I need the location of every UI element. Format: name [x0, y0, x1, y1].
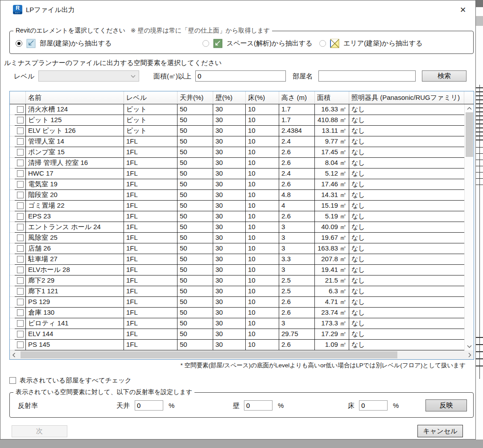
row-checkbox[interactable] — [17, 202, 24, 209]
reflect-wall-label: 壁 — [233, 402, 239, 410]
row-checkbox[interactable] — [17, 160, 24, 166]
search-button[interactable]: 検索 — [422, 70, 466, 82]
table-row[interactable]: ゴミ置場 221FL503010415.19 ㎡なし — [10, 201, 464, 211]
scroll-down-icon[interactable] — [465, 342, 474, 350]
row-gutter — [10, 104, 15, 115]
table-row[interactable]: 消火水槽 124ピット5030101.716.33 ㎡なし — [10, 104, 464, 115]
row-checkbox[interactable] — [17, 277, 24, 284]
table-row[interactable]: ピット 125ピット5030101.7410.88 ㎡なし — [10, 115, 464, 126]
table-row[interactable]: PS 1291FL5030102.64.71 ㎡なし — [10, 297, 464, 308]
row-wall-pct: 30 — [213, 211, 246, 222]
row-checkbox[interactable] — [17, 299, 24, 305]
radio-space[interactable] — [202, 40, 209, 47]
row-checkbox[interactable] — [17, 181, 24, 188]
radio-option-area[interactable]: エリア(建築)から抽出する — [319, 39, 422, 48]
check-all-checkbox[interactable] — [9, 377, 16, 384]
row-checkbox[interactable] — [17, 106, 24, 113]
row-gutter — [10, 126, 15, 136]
row-checkbox[interactable] — [17, 170, 24, 177]
row-checkbox[interactable] — [17, 224, 24, 230]
row-checkbox[interactable] — [17, 341, 24, 348]
screen: R RVT LPファイル出力 ✕ Revitのエレメントを選択してください ※ … — [0, 0, 483, 448]
table-row[interactable]: 電気室 191FL5030102.617.46 ㎡なし — [10, 179, 464, 190]
row-checkbox[interactable] — [17, 245, 24, 252]
table-row[interactable]: 階段室 201FL5030104.814.31 ㎡なし — [10, 190, 464, 201]
table-row[interactable]: ピロティ 1411FL5030103173.3 ㎡なし — [10, 318, 464, 329]
lp-file-output-dialog: R RVT LPファイル出力 ✕ Revitのエレメントを選択してください ※ … — [0, 0, 476, 440]
table-row[interactable]: 清掃 管理人 控室 161FL5030102.68.04 ㎡なし — [10, 158, 464, 169]
header-wall-pct[interactable]: 壁(%) — [213, 91, 246, 104]
table-row[interactable]: 風除室 251FL503010319.67 ㎡なし — [10, 233, 464, 243]
row-floor-pct: 10 — [246, 275, 279, 286]
vertical-scrollbar[interactable] — [464, 104, 474, 350]
row-select-cell — [15, 222, 26, 233]
apply-button[interactable]: 反映 — [425, 399, 467, 411]
reflect-wall-input[interactable] — [244, 400, 272, 411]
min-area-input[interactable] — [195, 70, 286, 82]
reflect-floor-input[interactable] — [359, 400, 388, 411]
row-checkbox[interactable] — [17, 192, 24, 198]
row-checkbox[interactable] — [17, 288, 24, 295]
table-row[interactable]: EPS 231FL5030102.65.19 ㎡なし — [10, 211, 464, 222]
row-floor-pct: 10 — [246, 201, 279, 211]
row-fixture: なし — [349, 233, 464, 243]
table-row[interactable]: PS 1451FL5030102.61.09 ㎡なし — [10, 340, 464, 350]
table-row[interactable]: 駐車場 271FL5030103.3207.8 ㎡なし — [10, 254, 464, 265]
header-floor-pct[interactable]: 床(%) — [246, 91, 279, 104]
reflect-ceiling-input[interactable] — [135, 400, 163, 411]
row-height: 3 — [279, 243, 315, 254]
horizontal-scroll-thumb[interactable] — [21, 351, 397, 358]
radio-option-space[interactable]: スペース(解析)から抽出する — [202, 39, 312, 48]
table-row[interactable]: 管理人室 141FL5030102.49.77 ㎡なし — [10, 136, 464, 147]
radio-area[interactable] — [319, 40, 326, 47]
header-select[interactable] — [10, 91, 26, 104]
table-row[interactable]: HWC 171FL5030102.45.12 ㎡なし — [10, 169, 464, 179]
vertical-scroll-thumb[interactable] — [466, 112, 473, 157]
row-gutter — [10, 136, 15, 147]
row-level: 1FL — [124, 222, 178, 233]
row-checkbox[interactable] — [17, 234, 24, 241]
row-checkbox[interactable] — [17, 213, 24, 220]
header-fixture[interactable]: 照明器具 (Panasonic/RUGファミリ) — [349, 91, 464, 104]
row-gutter — [10, 179, 15, 190]
header-height[interactable]: 高さ (m) — [279, 91, 315, 104]
check-all-rooms[interactable]: 表示されている部屋をすべてチェック — [9, 376, 132, 385]
row-checkbox[interactable] — [17, 309, 24, 316]
horizontal-scrollbar[interactable] — [10, 350, 474, 359]
scroll-left-icon[interactable] — [10, 350, 18, 359]
header-area[interactable]: 面積 — [315, 91, 349, 104]
row-checkbox[interactable] — [17, 138, 24, 145]
row-checkbox[interactable] — [17, 256, 24, 263]
row-checkbox[interactable] — [17, 127, 24, 134]
table-row[interactable]: 廊下2 291FL5030102.521.5 ㎡なし — [10, 275, 464, 286]
room-name-input[interactable] — [318, 70, 416, 82]
radio-option-room[interactable]: 部屋(建築)から抽出する — [16, 39, 111, 48]
cancel-button[interactable]: キャンセル — [417, 425, 463, 437]
header-name[interactable]: 名前 — [26, 91, 124, 104]
row-height: 2.6 — [279, 147, 315, 158]
row-area: 16.33 ㎡ — [315, 104, 349, 115]
row-height: 2.4 — [279, 169, 315, 179]
header-level[interactable]: レベル — [124, 91, 178, 104]
scroll-up-icon[interactable] — [465, 104, 474, 112]
close-icon[interactable]: ✕ — [457, 5, 469, 16]
scroll-right-icon[interactable] — [466, 350, 474, 359]
row-checkbox[interactable] — [17, 149, 24, 156]
table-row[interactable]: ELV 1441FL50301029.7517.29 ㎡なし — [10, 329, 464, 340]
header-ceiling-pct[interactable]: 天井(%) — [178, 91, 213, 104]
table-row[interactable]: 店舗 261FL5030103163.83 ㎡なし — [10, 243, 464, 254]
level-combobox[interactable] — [38, 70, 139, 82]
row-checkbox[interactable] — [17, 267, 24, 273]
next-button[interactable]: 次 — [12, 425, 67, 437]
table-row[interactable]: 廊下1 1211FL5030102.56.3 ㎡なし — [10, 286, 464, 297]
row-checkbox[interactable] — [17, 320, 24, 327]
table-row[interactable]: ELVホール 281FL503010319.41 ㎡なし — [10, 265, 464, 275]
table-row[interactable]: 倉庫 1301FL5030102.623.74 ㎡なし — [10, 308, 464, 318]
row-checkbox[interactable] — [17, 331, 24, 337]
radio-room[interactable] — [16, 40, 22, 47]
row-name: PS 129 — [26, 297, 124, 308]
table-row[interactable]: エントランス ホール 241FL503010340.09 ㎡なし — [10, 222, 464, 233]
table-row[interactable]: ポンプ室 151FL5030102.617.45 ㎡なし — [10, 147, 464, 158]
table-row[interactable]: ELV ピット 126ピット5030102.438413.11 ㎡なし — [10, 126, 464, 136]
row-checkbox[interactable] — [17, 117, 24, 123]
